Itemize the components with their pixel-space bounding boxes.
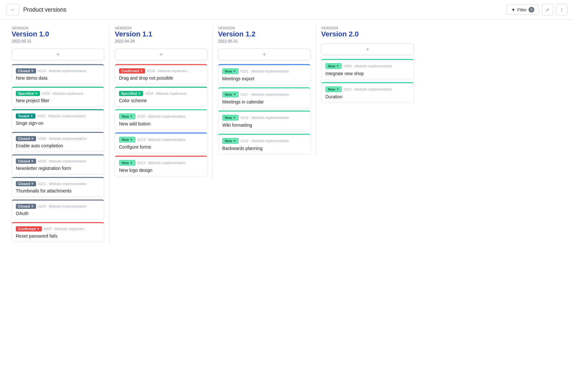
card[interactable]: Closed ▼ #211 · Website implementation T… — [12, 177, 104, 197]
column-1: Version Version 1.1 2022-04-28 + Confirm… — [110, 26, 213, 179]
card[interactable]: New ▼ #217 · Website implementation Meet… — [218, 87, 311, 108]
filter-icon: ▼ — [511, 7, 515, 12]
column-header: Version Version 1.0 2022-03-31 — [12, 26, 104, 44]
card[interactable]: New ▼ #215 · Website implementation Back… — [218, 134, 311, 154]
card-top: New ▼ #217 · Website implementation — [222, 92, 306, 97]
card-title: Drag and drop not possible — [119, 75, 203, 81]
status-badge[interactable]: Closed ▼ — [16, 159, 36, 164]
status-badge[interactable]: Closed ▼ — [16, 68, 36, 74]
add-card-button[interactable]: + — [321, 44, 414, 55]
status-badge[interactable]: Specified ▼ — [16, 91, 40, 96]
card[interactable]: New ▼ #216 · Website implementation Wiki… — [218, 111, 311, 131]
card-top: Specified ▼ #214 · Website implement... — [119, 91, 203, 96]
board: Version Version 1.0 2022-03-31 + Closed … — [0, 20, 574, 251]
header-actions: ▼ Filter 0 ⤢ ⋮ — [506, 4, 568, 15]
chevron-icon: ▼ — [130, 161, 133, 164]
status-badge[interactable]: New ▼ — [119, 137, 135, 142]
status-badge[interactable]: New ▼ — [222, 115, 239, 121]
card[interactable]: New ▼ #219 · Website implementation Conf… — [115, 132, 207, 153]
card[interactable]: Specified ▼ #214 · Website implement... … — [115, 87, 207, 107]
chevron-icon: ▼ — [31, 182, 34, 185]
status-badge[interactable]: New ▼ — [222, 92, 239, 97]
card[interactable]: Closed ▼ #210 · Website implementation N… — [12, 64, 104, 84]
card-title: Duration — [325, 94, 410, 99]
chevron-icon: ▼ — [37, 227, 40, 230]
version-date: 2022-04-28 — [115, 39, 207, 44]
card-title: Thumbnails for attachments — [16, 188, 100, 193]
column-2: Version Version 1.2 2022-05-31 + New ▼ #… — [213, 26, 316, 157]
status-badge[interactable]: Confirmed ▼ — [16, 226, 42, 231]
filter-label: Filter — [517, 7, 527, 12]
card-top: Closed ▼ #205 · Website implementation — [16, 159, 100, 164]
chevron-icon: ▼ — [35, 92, 38, 95]
status-badge[interactable]: New ▼ — [325, 86, 342, 92]
chevron-icon: ▼ — [336, 64, 339, 68]
card-title: Enable auto completion — [16, 143, 100, 148]
version-label: Version — [321, 26, 414, 30]
card-title: Color scheme — [119, 98, 203, 103]
card-number: #217 · Website implementation — [241, 93, 289, 96]
card[interactable]: Closed ▼ #204 · Website implementation O… — [12, 200, 104, 220]
card-title: OAuth — [16, 211, 100, 216]
chevron-icon: ▼ — [30, 114, 33, 118]
card-number: #215 · Website implementation — [241, 139, 289, 143]
card-top: Confirmed ▼ #207 · Website implemen... — [16, 226, 100, 231]
card[interactable]: Specified ▼ #209 · Website implement... … — [12, 87, 104, 107]
chevron-icon: ▼ — [130, 138, 133, 141]
card-top: New ▼ #219 · Website implementation — [119, 137, 203, 142]
status-badge[interactable]: New ▼ — [119, 113, 135, 119]
version-label: Version — [218, 26, 311, 30]
card[interactable]: Confirmed ▼ #207 · Website implemen... R… — [12, 222, 104, 242]
filter-count: 0 — [529, 7, 534, 13]
status-badge[interactable]: New ▼ — [119, 160, 135, 166]
status-badge[interactable]: New ▼ — [222, 68, 239, 74]
column-header: Version Version 1.2 2022-05-31 — [218, 26, 311, 44]
card-number: #206 · Website implementation — [344, 64, 392, 68]
version-label: Version — [12, 26, 104, 30]
card[interactable]: Closed ▼ #208 · Website implementation E… — [12, 132, 104, 152]
column-3: Version Version 2.0 + New ▼ #206 · Websi… — [316, 26, 419, 105]
card-title: New project filter — [16, 98, 100, 103]
card-title: Wiki formatting — [222, 122, 306, 128]
status-badge[interactable]: New ▼ — [222, 138, 239, 144]
card-number: #213 · Website implementation — [137, 161, 186, 165]
page-title: Product versions — [23, 6, 502, 13]
card-title: New add button — [119, 121, 203, 126]
add-card-button[interactable]: + — [218, 49, 311, 60]
status-badge[interactable]: Closed ▼ — [16, 181, 36, 186]
chevron-icon: ▼ — [233, 139, 236, 142]
add-card-button[interactable]: + — [115, 49, 207, 60]
card-number: #220 · Website implementation — [137, 114, 186, 118]
add-card-button[interactable]: + — [12, 49, 104, 60]
card-number: #210 · Website implementation — [38, 69, 87, 73]
status-badge[interactable]: Closed ▼ — [16, 204, 36, 209]
card[interactable]: Tested ▼ #203 · Website implementation S… — [12, 109, 104, 129]
card[interactable]: New ▼ #212 · Website implementation Dura… — [321, 82, 414, 103]
status-badge[interactable]: New ▼ — [325, 63, 342, 69]
version-date: 2022-05-31 — [218, 39, 311, 44]
card-top: Tested ▼ #203 · Website implementation — [16, 113, 100, 119]
card[interactable]: New ▼ #213 · Website implementation New … — [115, 156, 207, 176]
card[interactable]: Closed ▼ #205 · Website implementation N… — [12, 154, 104, 174]
version-label: Version — [115, 26, 207, 30]
card-top: Closed ▼ #211 · Website implementation — [16, 181, 100, 186]
status-badge[interactable]: Specified ▼ — [119, 91, 143, 96]
card[interactable]: Confirmed ▼ #218 · Website implemen... D… — [115, 64, 207, 84]
card-top: New ▼ #215 · Website implementation — [222, 138, 306, 144]
card-number: #211 · Website implementation — [38, 182, 87, 186]
header: ← Product versions ▼ Filter 0 ⤢ ⋮ — [0, 0, 574, 20]
filter-button[interactable]: ▼ Filter 0 — [506, 5, 539, 15]
status-badge[interactable]: Confirmed ▼ — [119, 68, 145, 74]
card[interactable]: New ▼ #221 · Website implementation Meet… — [218, 64, 311, 85]
expand-button[interactable]: ⤢ — [542, 4, 553, 15]
back-button[interactable]: ← — [6, 4, 19, 15]
card[interactable]: New ▼ #206 · Website implementation Inte… — [321, 59, 414, 80]
chevron-icon: ▼ — [233, 116, 236, 119]
card[interactable]: New ▼ #220 · Website implementation New … — [115, 109, 207, 130]
more-button[interactable]: ⋮ — [556, 4, 568, 15]
card-number: #208 · Website implementation — [38, 137, 87, 141]
card-top: New ▼ #206 · Website implementation — [325, 63, 410, 69]
status-badge[interactable]: Tested ▼ — [16, 113, 35, 119]
card-title: New logo design — [119, 168, 203, 173]
status-badge[interactable]: Closed ▼ — [16, 136, 36, 141]
